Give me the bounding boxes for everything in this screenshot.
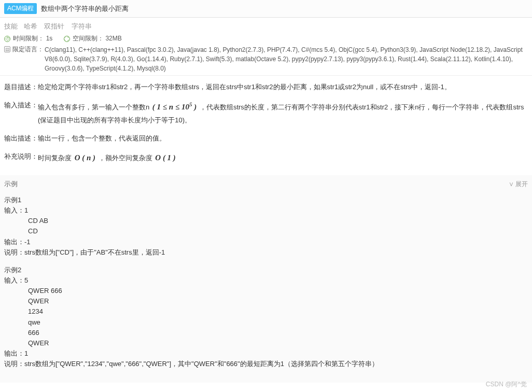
input-label: 输入描述： [4,99,38,112]
category-badge: ACM编程 [4,3,37,14]
example-output-value: -1 [24,238,31,246]
time-limit-value: 1s [46,35,53,42]
description-section: 题目描述： 给定给定两个字符串str1和str2，再一个字符串数组strs，返回… [0,76,532,175]
note-text: 时间复杂度 O ( n ) ，额外空间复杂度 O ( 1 ) [38,150,528,165]
skill-tags: 技能 哈希 双指针 字符串 [4,22,528,31]
space-limit-value: 32MB [105,35,121,42]
languages-list: C(clang11), C++(clang++11), Pascal(fpc 3… [45,45,528,73]
skills-label: 技能 [4,22,18,30]
example-output-label: 输出： [4,238,24,246]
example-title: 示例1 [4,195,528,205]
example-2: 示例2 输入：5 QWER 666 QWER 1234 qwe 666 QWER… [4,265,528,369]
examples-heading: 示例 [4,179,18,189]
example-input-label: 输入： [4,276,24,284]
examples-section: 示例 ∨ 展开 示例1 输入：1 CD AB CD 输出：-1 说明：strs数… [0,175,532,383]
skill-tag[interactable]: 双指针 [44,22,64,30]
example-input-line: 666 [28,328,528,338]
problem-text: 给定给定两个字符串str1和str2，再一个字符串数组strs，返回在strs中… [38,81,528,94]
languages-row: ▤ 限定语言： C(clang11), C++(clang++11), Pasc… [4,45,528,73]
clock-icon: ⏱ [4,36,10,42]
input-math: ( 1 ≤ n ≤ 105 ) [151,103,200,111]
space-limit-label: 空间限制： [73,35,104,42]
example-1: 示例1 输入：1 CD AB CD 输出：-1 说明：strs数组为["CD"]… [4,195,528,258]
complexity-space: O ( 1 ) [154,153,177,162]
note-label: 补充说明： [4,150,38,163]
example-input-line: 1234 [28,306,528,317]
example-output-label: 输出： [4,349,24,357]
example-input-line: qwe [28,317,528,328]
page-header: ACM编程 数组中两个字符串的最小距离 [0,0,532,18]
skill-tag[interactable]: 哈希 [24,22,37,30]
example-input-label: 输入： [4,206,24,214]
example-note-value: strs数组为["QWER","1234","qwe","666","QWER"… [24,360,379,368]
example-note-value: strs数组为["CD"]，由于"AB"不在strs里，返回-1 [24,248,165,256]
example-input-value: 1 [24,206,28,214]
chevron-down-icon: ∨ [509,180,514,188]
meta-section: 技能 哈希 双指针 字符串 ⏱ 时间限制： 1s ⛶ 空间限制： 32MB ▤ … [0,18,532,76]
example-input-lines: QWER 666 QWER 1234 qwe 666 QWER [28,286,528,348]
language-icon: ▤ [4,46,10,52]
example-input-line: CD [28,226,528,236]
input-pre: 输入包含有多行，第一输入一个整数n [38,103,149,111]
expand-toggle[interactable]: ∨ 展开 [509,180,528,189]
example-output-value: 1 [24,349,28,357]
time-limit-label: 时间限制： [13,35,44,42]
skill-tag[interactable]: 字符串 [72,22,92,30]
input-text: 输入包含有多行，第一输入一个整数n ( 1 ≤ n ≤ 105 ) ，代表数组s… [38,99,528,127]
output-label: 输出描述： [4,132,38,145]
page-title: 数组中两个字符串的最小距离 [41,4,129,13]
example-input-line: QWER [28,296,528,306]
example-input-value: 5 [24,276,28,284]
output-text: 输出一行，包含一个整数，代表返回的值。 [38,132,528,145]
complexity-time: O ( n ) [74,153,96,162]
limits-row: ⏱ 时间限制： 1s ⛶ 空间限制： 32MB [4,34,528,43]
memory-icon: ⛶ [64,36,70,42]
problem-label: 题目描述： [4,81,38,94]
example-input-line: QWER [28,338,528,348]
languages-label: 限定语言： [12,45,44,54]
example-input-line: QWER 666 [28,286,528,296]
example-input-line: CD AB [28,216,528,226]
example-input-lines: CD AB CD [28,216,528,236]
watermark: CSDN @阿^觉 [486,380,527,383]
example-note-label: 说明： [4,248,24,256]
example-note-label: 说明： [4,360,24,368]
example-title: 示例2 [4,265,528,275]
